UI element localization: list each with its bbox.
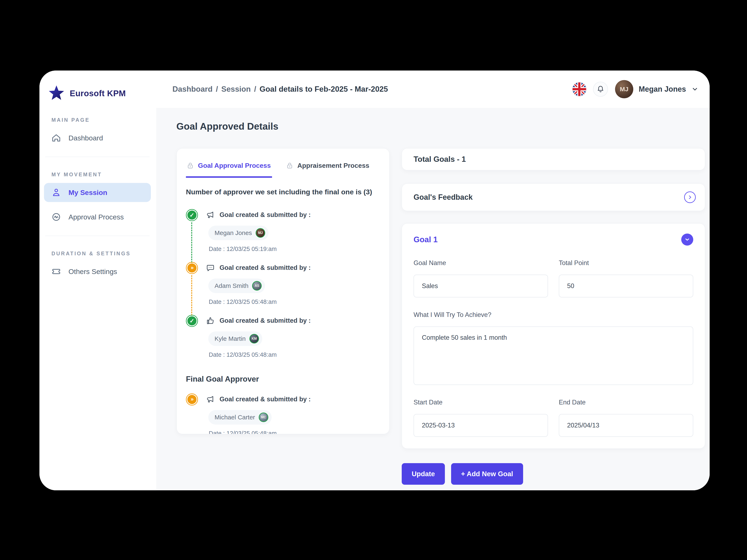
goal-feedback-title: Goal's Feedback	[414, 193, 473, 202]
tab-label: Goal Approval Process	[198, 162, 271, 169]
avatar: KM	[250, 334, 259, 344]
achieve-textarea[interactable]: Complete 50 sales in 1 month	[414, 326, 693, 385]
step-label: Goal created & submitted by :	[220, 211, 311, 219]
avatar: AS	[252, 281, 262, 291]
approver-name: Michael Carter	[214, 414, 255, 421]
step-date: Date : 12/03/25 05:19:am	[209, 246, 380, 252]
breadcrumb-dashboard[interactable]: Dashboard	[173, 85, 212, 94]
goal-collapse-button[interactable]	[681, 234, 693, 246]
brand-name: Eurosoft KPM	[70, 89, 126, 98]
timeline-final-step: » Goal created & submitted by : Michael …	[186, 393, 380, 434]
step-label: Goal created & submitted by :	[220, 396, 311, 403]
avatar: MC	[259, 412, 268, 422]
add-new-goal-button[interactable]: + Add New Goal	[451, 463, 523, 485]
goal-title: Goal 1	[414, 235, 438, 244]
breadcrumb: Dashboard / Session / Goal details to Fe…	[173, 85, 388, 94]
sidebar-divider	[45, 236, 150, 236]
end-date-field-group: End Date	[559, 399, 693, 437]
total-goals-title: Total Goals - 1	[414, 155, 466, 164]
start-date-input[interactable]	[414, 414, 548, 437]
announcement-icon	[206, 210, 215, 219]
step-date: Date : 12/03/25 05:48:am	[209, 298, 380, 305]
timeline-step-2: » Goal created & submitted by : Adam Smi…	[186, 262, 380, 314]
approver-name: Megan Jones	[214, 230, 252, 236]
step-label: Goal created & submitted by :	[220, 264, 311, 271]
sidebar-item-label: Others Settings	[69, 268, 117, 276]
breadcrumb-separator: /	[254, 85, 256, 94]
total-point-field-group: Total Point	[559, 259, 693, 297]
start-date-label: Start Date	[414, 399, 548, 406]
step-label: Goal created & submitted by :	[220, 317, 311, 324]
status-forwarded-icon: »	[186, 394, 198, 405]
goal-header: Goal 1	[414, 234, 693, 246]
total-goals-card: Total Goals - 1	[402, 148, 705, 170]
step-label-row: Goal created & submitted by :	[206, 393, 380, 404]
approver-pill: Megan Jones MJ	[208, 226, 268, 240]
star-logo-icon	[47, 84, 66, 103]
sidebar-item-dashboard[interactable]: Dashboard	[44, 128, 151, 148]
step-label-row: Goal created & submitted by :	[206, 314, 380, 325]
approval-wave-icon	[51, 212, 61, 222]
sidebar-section-my-movement: MY MOVEMENT	[44, 171, 151, 178]
comment-icon	[206, 263, 215, 272]
end-date-label: End Date	[559, 399, 693, 406]
tab-goal-approval-process[interactable]: Goal Approval Process	[186, 156, 272, 178]
total-point-input[interactable]	[559, 275, 693, 297]
end-date-input[interactable]	[559, 414, 693, 437]
avatar: MJ	[256, 228, 265, 238]
approver-pill: Michael Carter MC	[208, 410, 272, 425]
actions-row: Update + Add New Goal	[402, 463, 705, 485]
ticket-icon	[51, 267, 61, 276]
main-area: Dashboard / Session / Goal details to Fe…	[156, 71, 710, 490]
approver-pill: Adam Smith AS	[208, 278, 265, 293]
sidebar: Eurosoft KPM MAIN PAGE Dashboard MY MOVE…	[40, 71, 156, 490]
update-button[interactable]: Update	[402, 463, 445, 485]
uk-flag-icon	[572, 82, 586, 96]
final-approver-heading: Final Goal Approver	[186, 375, 380, 383]
tab-appraisement-process[interactable]: Appraisement Process	[285, 156, 370, 178]
approver-pill: Kyle Martin KM	[208, 331, 262, 346]
sidebar-item-approval-process[interactable]: Approval Process	[44, 207, 151, 226]
tabs: Goal Approval Process Appraisement Proce…	[186, 156, 380, 178]
content: Goal Approved Details Goal Approval Proc…	[156, 108, 710, 490]
step-label-row: Goal created & submitted by :	[206, 262, 380, 272]
sidebar-item-label: Approval Process	[69, 213, 124, 221]
step-label-row: Goal created & submitted by :	[206, 209, 380, 219]
bell-icon	[596, 85, 604, 93]
sidebar-item-my-session[interactable]: My Session	[44, 183, 151, 202]
timeline-step-3: ✓ Goal created & submitted by : Kyle Mar…	[186, 314, 380, 367]
language-button[interactable]	[572, 82, 587, 97]
timeline-step-1: ✓ Goal created & submitted by : Megan Jo…	[186, 209, 380, 262]
screen: Eurosoft KPM MAIN PAGE Dashboard MY MOVE…	[0, 0, 747, 560]
approver-count-heading: Number of approver we set including the …	[186, 187, 377, 197]
app-window: Eurosoft KPM MAIN PAGE Dashboard MY MOVE…	[40, 71, 710, 490]
approver-name: Kyle Martin	[214, 335, 246, 342]
goal-column: Total Goals - 1 Goal's Feedback Goal 1	[402, 148, 705, 485]
sidebar-section-duration-settings: DURATION & SETTINGS	[44, 250, 151, 257]
start-date-field-group: Start Date	[414, 399, 548, 437]
user-menu[interactable]: MJ Megan Jones	[615, 80, 698, 98]
sidebar-section-main-page: MAIN PAGE	[44, 117, 151, 123]
goal-1-card: Goal 1 Goal Name	[402, 223, 705, 449]
approver-name: Adam Smith	[214, 282, 248, 289]
chevron-down-icon	[684, 236, 690, 243]
status-done-icon: ✓	[186, 209, 198, 221]
status-forwarded-icon: »	[186, 262, 198, 274]
goal-feedback-card[interactable]: Goal's Feedback	[402, 184, 705, 211]
approval-timeline: ✓ Goal created & submitted by : Megan Jo…	[186, 209, 380, 434]
page-title: Goal Approved Details	[176, 121, 279, 132]
notifications-button[interactable]	[593, 82, 608, 97]
goal-name-point-row: Goal Name Total Point	[414, 259, 693, 297]
feedback-expand-button[interactable]	[684, 191, 696, 203]
announcement-icon	[206, 395, 215, 404]
avatar: MJ	[615, 80, 633, 98]
goal-name-input[interactable]	[414, 275, 548, 297]
sidebar-item-label: My Session	[69, 189, 107, 196]
tab-label: Appraisement Process	[297, 162, 369, 169]
date-row: Start Date End Date	[414, 399, 693, 437]
goal-name-label: Goal Name	[414, 259, 548, 267]
chevron-right-icon	[687, 194, 693, 200]
sidebar-item-others-settings[interactable]: Others Settings	[44, 262, 151, 281]
topbar: Dashboard / Session / Goal details to Fe…	[156, 71, 710, 108]
breadcrumb-session[interactable]: Session	[222, 85, 251, 94]
